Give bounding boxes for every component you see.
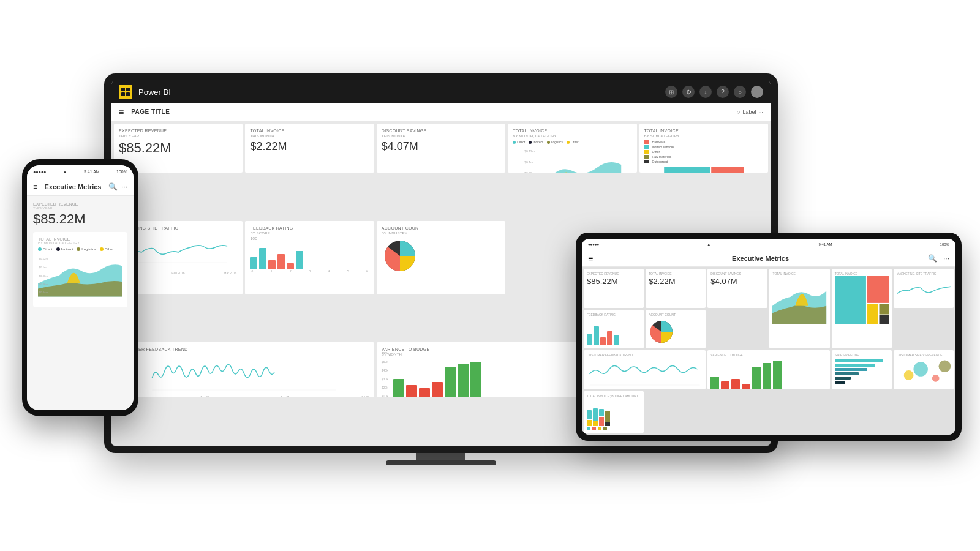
phone-navbar: ≡ Executive Metrics 🔍 ··· [27,178,134,196]
powerbi-logo [119,85,132,99]
phone-kpi1-sub: THIS YEAR [33,206,127,210]
phone-kpi2-label: Total Invoice [38,237,123,241]
svg-point-25 [904,370,914,380]
page-title: PAGE TITLE [131,108,170,115]
kpi-title-1: Expected Revenue [119,129,238,133]
svg-text:$0.08m: $0.08m [39,274,48,277]
tablet-battery: 100% [940,242,949,246]
phone-app-title: Executive Metrics [37,183,108,190]
feedback-rating-chart: Feedback Rating BY SCORE 100 0123456 [245,221,374,294]
app-title: Power BI [138,88,659,97]
kpi-total-invoice: Total Invoice THIS MONTH $2.22M [245,124,374,173]
total-invoice-treemap: Total Invoice BY SUBCATEGORY Hardware In… [639,124,768,173]
svg-rect-6 [711,167,744,173]
topbar-icons: ⊞ ⚙ ↓ ? ○ [665,86,763,98]
tablet-kpi-revenue: Expected Revenue $85.22M [584,269,644,308]
tablet-signal: ●●●●● [588,242,599,246]
svg-text:$0.04m: $0.04m [39,291,48,294]
tablet-time: 9:41 AM [818,242,832,246]
svg-text:$0.1m: $0.1m [39,266,47,269]
svg-point-26 [913,362,928,377]
customer-feedback-trend: Customer Feedback Trend BY SCORE May 24J… [114,342,374,397]
phone-total-invoice-card: Total Invoice BY MONTH, CATEGORY Direct … [33,232,127,307]
kpi-value-3: $4.07M [382,140,500,153]
tablet-variance-chart: Varience to Budget [707,350,829,389]
download-icon[interactable]: ↓ [699,86,712,98]
tablet-device: ●●●●● ▲ 9:41 AM 100% ≡ Executive Metrics… [576,233,962,441]
phone-statusbar: ●●●●● ▲ 9:41 AM 100% [27,165,134,178]
phone-content: Expected Revenue THIS YEAR $85.22M Total… [27,196,134,410]
settings-icon[interactable]: ⚙ [682,86,695,98]
grid-icon[interactable]: ⊞ [665,86,677,98]
account-count-chart: Account Count BY INDUSTRY [377,221,505,294]
scene: Power BI ⊞ ⚙ ↓ ? ○ ≡ PAGE TITLE ○ Label … [0,0,980,551]
phone-battery: 100% [116,170,127,174]
svg-text:$0.08m: $0.08m [524,171,535,173]
tablet-area-chart: Total Invoice [769,269,829,348]
svg-point-28 [938,361,951,373]
phone-device: ●●●●● ▲ 9:41 AM 100% ≡ Executive Metrics… [22,159,138,416]
phone-wifi-icon: ▲ [63,170,67,174]
phone-more-icon[interactable]: ··· [121,182,127,191]
svg-rect-19 [867,276,889,303]
phone-time: 9:41 AM [84,170,100,174]
svg-text:$0.12m: $0.12m [39,257,48,260]
tablet-sales-pipeline: Sales Pipeline [832,350,892,389]
phone-kpi-revenue: Expected Revenue THIS YEAR $85.22M [33,202,127,227]
tablet-account-count: Account Count [646,310,706,349]
svg-rect-21 [879,304,889,315]
account-count-title: Account Count [382,226,500,230]
label-button[interactable]: ○ Label ··· [737,109,763,115]
kpi-value-2: $2.22M [250,140,369,153]
phone-kpi1-value: $85.22M [33,211,127,227]
help-icon[interactable]: ? [717,86,729,98]
tablet-feedback-chart: Feedback Rating [584,310,644,349]
tablet-kpi2-value: $2.22M [649,277,703,286]
tablet-navbar: ≡ Executive Metrics 🔍 ··· [582,250,956,267]
phone-search-icon[interactable]: 🔍 [108,182,118,191]
tablet-wifi-icon: ▲ [707,242,710,246]
tablet-statusbar: ●●●●● ▲ 9:41 AM 100% [582,239,956,250]
tablet-traffic-chart: Marketing Site Traffic [894,269,954,308]
kpi-value-1: $85.22M [119,140,238,156]
svg-rect-20 [867,304,878,324]
phone-hamburger-icon[interactable]: ≡ [33,182,37,191]
svg-text:$0.1m: $0.1m [524,160,533,164]
tablet-customer-size: Customer Size vs Revenue [894,350,954,389]
tablet-more-icon[interactable]: ··· [943,254,949,263]
svg-point-27 [932,375,940,382]
tablet-treemap: Total Invoice [832,269,892,348]
phone-signal: ●●●●● [33,170,46,174]
svg-rect-22 [879,315,889,324]
hamburger-icon[interactable]: ≡ [119,107,124,117]
svg-text:$0.12m: $0.12m [524,149,535,153]
phone-kpi1-label: Expected Revenue [33,202,127,206]
pbi-navbar: ≡ PAGE TITLE ○ Label ··· [111,103,771,121]
tablet-invoice-budget: Total Invoice; Budget Amount [584,391,644,433]
tablet-feedback-trend: Customer Feedback Trend [584,350,706,389]
tablet-kpi1-value: $85.22M [587,277,641,286]
tablet-app-title: Executive Metrics [599,255,922,262]
tablet-kpi-discount: Discount Savings $4.07M [707,269,767,308]
search-icon[interactable]: ○ [734,86,746,98]
monitor-base [386,460,496,465]
total-invoice-area-chart: Total Invoice BY MONTH, CATEGORY Direct … [508,124,636,173]
svg-rect-18 [835,276,866,324]
kpi-discount-savings: Discount Savings THIS MONTH $4.07M [377,124,505,173]
phone-screen: ●●●●● ▲ 9:41 AM 100% ≡ Executive Metrics… [27,165,134,410]
tablet-kpi3-value: $4.07M [710,277,764,286]
tablet-search-icon[interactable]: 🔍 [928,254,937,263]
tablet-hamburger-icon[interactable]: ≡ [588,253,593,263]
tablet-kpi-invoice: Total Invoice $2.22M [646,269,706,308]
tablet-dashboard-grid: Expected Revenue $85.22M Total Invoice $… [582,267,956,435]
svg-rect-5 [664,167,710,173]
pbi-topbar: Power BI ⊞ ⚙ ↓ ? ○ [111,81,771,103]
user-avatar[interactable] [751,86,763,98]
svg-text:$0.06m: $0.06m [39,283,48,286]
tablet-screen: ●●●●● ▲ 9:41 AM 100% ≡ Executive Metrics… [582,239,956,435]
